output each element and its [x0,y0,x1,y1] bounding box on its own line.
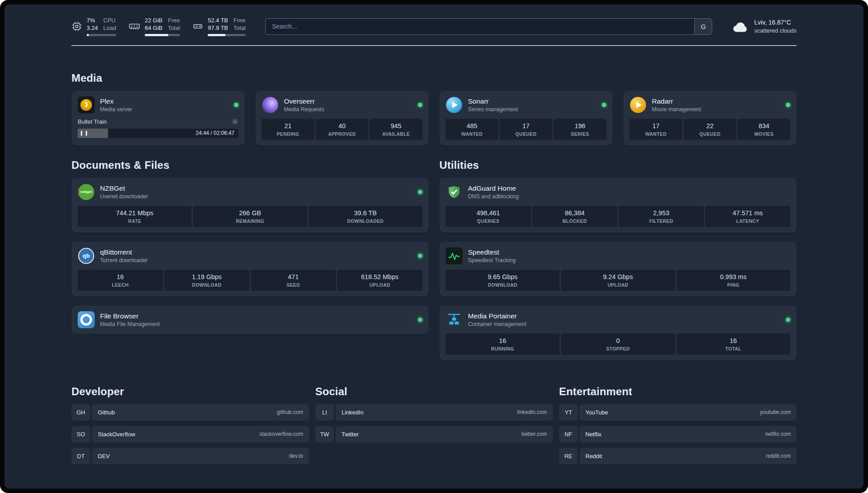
bookmark-group-developer: Developer GH Github github.com SO StackO… [71,385,309,464]
bookmark-dev: DT DEV dev.to [71,448,309,464]
service-name: AdGuard Home [468,184,519,192]
stat-upload: 618.52 Mbps UPLOAD [337,270,422,291]
card-qbittorrent[interactable]: qb qBittorrent Torrent downloader 16 LEE… [71,242,429,297]
overseerr-icon [262,96,279,113]
bookmark-link[interactable]: YouTube youtube.com [580,404,797,421]
disk-total-label: Total [234,25,246,32]
bookmark-abbr[interactable]: LI [315,404,334,421]
status-dot [418,254,422,258]
bookmark-group-social: Social LI LinkedIn linkedin.com TW Twitt… [315,385,553,443]
section-title-documents: Documents & Files [71,159,429,171]
card-speedtest[interactable]: Speedtest Speedtest Tracking 9.65 Gbps D… [439,242,797,297]
playback-time: 24:44 / 02:06:47 [196,129,234,138]
bookmark-abbr[interactable]: DT [71,448,90,464]
section-title-developer: Developer [71,385,309,398]
search-input[interactable] [265,18,712,35]
service-name: Plex [100,97,132,105]
qbittorrent-icon: qb [78,247,95,264]
adguard-stats: 498,461 QUERIES 86,384 BLOCKED 2,953 FIL… [446,206,790,227]
nzbget-icon: nzbget [78,184,95,201]
cpu-widget: 7% 3.24 CPU Load [71,17,116,36]
card-plex[interactable]: Plex Media server Bullet Train [71,91,245,146]
bookmark-link[interactable]: DEV dev.to [92,448,309,464]
status-dot [418,190,422,194]
status-dot [602,103,606,107]
bookmark-abbr[interactable]: SO [71,426,90,443]
service-name: Overseerr [284,97,324,105]
bookmark-abbr[interactable]: NF [559,426,578,443]
bookmark-link[interactable]: LinkedIn linkedin.com [336,404,553,421]
bookmarks-area: Developer GH Github github.com SO StackO… [71,385,797,464]
service-name: qBittorrent [100,248,148,256]
status-dot [786,318,790,322]
documents-column: Documents & Files nzbget NZBGet Usenet d… [71,159,429,334]
cpu-bar [87,34,116,36]
search-provider-button[interactable]: G [694,19,712,34]
screen: 7% 3.24 CPU Load 22 GiB [0,0,868,493]
bookmark-netflix: NF Netflix netflix.com [559,426,797,443]
stat-stopped: 0 STOPPED [561,334,675,355]
service-subtitle: Media server [100,106,132,113]
utilities-column: Utilities AdGuard Home [439,159,797,360]
card-nzbget[interactable]: nzbget NZBGet Usenet downloader 744.21 M… [71,178,429,233]
card-overseerr[interactable]: Overseerr Media Requests 21 PENDING 40 A… [255,91,429,146]
weather-widget[interactable]: Lviv, 16.87°C scattered clouds [732,18,797,34]
stat-queued: 17 QUEUED [500,119,552,140]
dashboard: 7% 3.24 CPU Load 22 GiB [4,4,864,489]
cpu-icon [71,21,82,32]
qbittorrent-stats: 16 LEECH 1.19 Gbps DOWNLOAD 471 SEED 6 [78,270,422,291]
weather-location: Lviv, 16.87°C [754,18,797,27]
bookmark-github: GH Github github.com [71,404,309,421]
search-bar: G [265,18,712,35]
weather-condition: scattered clouds [754,27,797,35]
service-subtitle: Speedtest Tracking [468,257,516,263]
status-dot [418,103,422,107]
service-name: Speedtest [468,248,516,256]
bookmark-link[interactable]: Twitter twitter.com [336,426,553,443]
bookmark-link[interactable]: Github github.com [92,404,309,421]
service-subtitle: Media Requests [284,106,324,113]
service-name: Radarr [652,97,701,105]
memory-icon [129,21,140,32]
radarr-icon [630,96,647,113]
status-dot [786,103,790,107]
media-grid: Plex Media server Bullet Train [71,91,797,146]
bookmark-abbr[interactable]: GH [71,404,90,421]
memory-widget: 22 GiB 64 GiB Free Total [129,17,180,36]
bookmark-abbr[interactable]: RE [559,448,578,464]
service-name: File Browser [100,312,160,320]
two-column-area: Documents & Files nzbget NZBGet Usenet d… [71,159,797,360]
service-subtitle: Movie management [652,106,701,113]
card-radarr[interactable]: Radarr Movie management 17 WANTED 22 QUE… [623,91,797,146]
bookmark-abbr[interactable]: YT [559,404,578,421]
stat-available: 945 AVAILABLE [370,119,422,140]
pause-button[interactable] [81,131,87,136]
playback-progress-bar[interactable]: 24:44 / 02:06:47 [78,129,238,138]
bookmark-link[interactable]: StackOverflow stackoverflow.com [92,426,309,443]
bookmark-link[interactable]: Reddit reddit.com [580,448,797,464]
disk-free-value: 52.4 TB [208,17,228,25]
service-name: NZBGet [100,184,148,192]
bookmark-linkedin: LI LinkedIn linkedin.com [315,404,553,421]
stat-remaining: 266 GB REMAINING [193,206,307,227]
stat-blocked: 86,384 BLOCKED [532,206,618,227]
stat-series: 196 SERIES [554,119,606,140]
stat-approved: 40 APPROVED [316,119,368,140]
bookmark-link[interactable]: Netflix netflix.com [580,426,797,443]
bookmark-abbr[interactable]: TW [315,426,334,443]
card-sonarr[interactable]: Sonarr Series management 485 WANTED 17 Q… [439,91,613,146]
stat-queries: 498,461 QUERIES [446,206,531,227]
radarr-stats: 17 WANTED 22 QUEUED 834 MOVIES [630,119,790,140]
card-portainer[interactable]: Media Portainer Container management 16 … [439,305,797,360]
player-settings-button[interactable] [232,118,238,125]
card-filebrowser[interactable]: File Browser Media File Management [71,305,429,334]
stat-download: 1.19 Gbps DOWNLOAD [164,270,250,291]
topbar: 7% 3.24 CPU Load 22 GiB [71,17,797,36]
bookmark-stackoverflow: SO StackOverflow stackoverflow.com [71,426,309,443]
card-adguard[interactable]: AdGuard Home DNS and adblocking 498,461 … [439,178,797,233]
stat-rate: 744.21 Mbps RATE [78,206,192,227]
stat-download: 9.65 Gbps DOWNLOAD [446,270,559,291]
bookmark-reddit: RE Reddit reddit.com [559,448,797,464]
disk-total-value: 97.9 TB [208,25,228,32]
stat-movies: 834 MOVIES [738,119,790,140]
